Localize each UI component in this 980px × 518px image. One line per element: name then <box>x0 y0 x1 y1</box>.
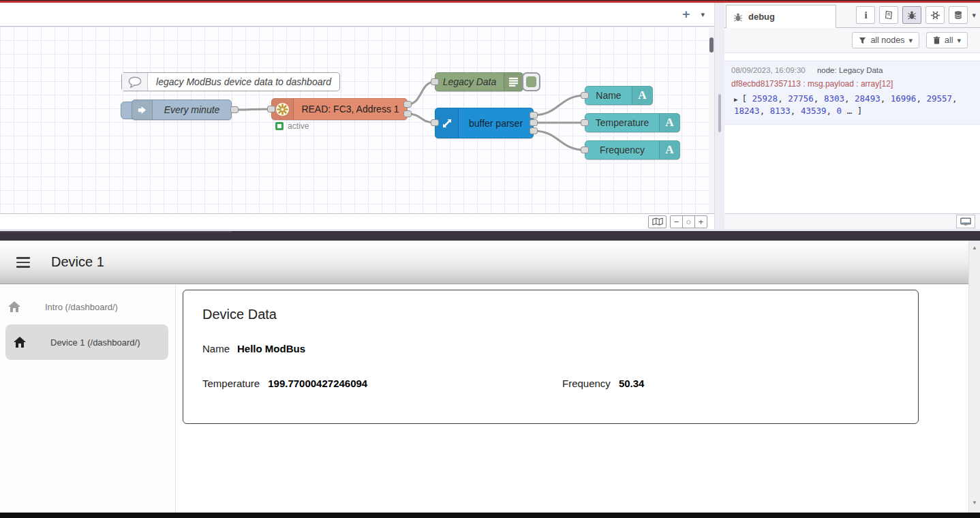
input-port[interactable] <box>431 78 439 85</box>
canvas-scrollbar-thumb[interactable] <box>709 37 714 52</box>
node-status: active <box>275 121 309 131</box>
frequency-value: 50.34 <box>619 378 645 389</box>
add-flow-button[interactable]: + <box>682 7 690 22</box>
window-bottom-edge <box>0 513 980 518</box>
input-port[interactable] <box>581 92 589 99</box>
dashboard-nav: Intro (/dashboard/) Device 1 (/dashboard… <box>0 285 176 513</box>
debug-enable-toggle[interactable] <box>522 72 540 91</box>
nav-item-label: Device 1 (/dashboard/) <box>50 337 140 348</box>
output-port[interactable] <box>403 101 412 108</box>
debug-node-label: Legacy Data <box>435 73 504 91</box>
screenshot-root: + ▾ legacy ModBus device data to dashboa… <box>0 0 980 518</box>
zoom-out-button[interactable]: − <box>670 215 683 228</box>
debug-list-icon <box>504 73 523 91</box>
modbus-read-node[interactable]: READ: FC3, Address 1 <box>271 98 408 120</box>
database-icon <box>953 10 963 20</box>
output-port[interactable] <box>530 119 538 126</box>
name-value: Hello ModBus <box>237 343 305 354</box>
output-port[interactable] <box>530 127 538 134</box>
sidebar-menu-chevron-icon[interactable]: ▾ <box>972 11 976 20</box>
zoom-in-button[interactable]: + <box>694 215 707 228</box>
output-port[interactable] <box>530 112 538 119</box>
ui-text-node-name[interactable]: Name A <box>585 86 653 105</box>
dashboard-main: Device Data Name Hello ModBus Temperatur… <box>176 285 968 513</box>
debug-toolbar: all nodes ▾ all ▾ <box>724 28 980 53</box>
frequency-label: Frequency <box>562 378 611 389</box>
scroll-down-arrow[interactable]: ▼ <box>969 500 980 506</box>
inject-node[interactable]: Every minute <box>132 100 232 120</box>
page-scrollbar[interactable]: ▲ ▼ <box>968 241 980 513</box>
debug-tab-button[interactable] <box>902 6 921 24</box>
inject-arrow-icon <box>132 100 153 119</box>
wire[interactable] <box>534 131 585 150</box>
bug-icon <box>733 12 743 22</box>
temperature-label: Temperature <box>202 378 260 389</box>
input-port[interactable] <box>267 106 275 112</box>
home-icon <box>8 301 20 312</box>
flow-list-chevron-icon[interactable]: ▾ <box>701 10 705 19</box>
debug-node[interactable]: Legacy Data <box>435 72 523 91</box>
help-tab-button[interactable] <box>879 6 898 24</box>
comment-node-label: legacy ModBus device data to dashboard <box>148 73 339 91</box>
sidebar-header: debug i ▾ <box>724 3 980 28</box>
window-divider-highlight <box>0 231 232 232</box>
splitter-grip[interactable] <box>718 94 721 132</box>
temperature-value: 199.77000427246094 <box>268 378 367 389</box>
nav-item-intro[interactable]: Intro (/dashboard/) <box>0 289 175 324</box>
open-debug-window-button[interactable] <box>956 215 975 228</box>
comment-icon <box>122 73 148 91</box>
payload-preview[interactable]: [ 25928, 27756, 8303, 28493, 16996, 2955… <box>734 93 958 116</box>
context-tab-button[interactable] <box>949 6 968 24</box>
filter-nodes-button[interactable]: all nodes ▾ <box>852 32 919 48</box>
expand-payload-icon[interactable]: ▶ <box>734 95 737 104</box>
workspace-tabbar: + ▾ <box>0 3 714 27</box>
output-port[interactable] <box>230 106 239 113</box>
message-timestamp: 08/09/2023, 16:09:30 <box>731 66 806 74</box>
ui-text-node-frequency[interactable]: Frequency A <box>585 140 680 159</box>
flow-canvas[interactable]: legacy ModBus device data to dashboard E… <box>0 27 709 213</box>
book-icon <box>884 10 893 20</box>
output-port[interactable] <box>403 110 412 117</box>
dashboard-window: Device 1 Intro (/dashboard/) Device 1 (/… <box>0 241 980 513</box>
input-port[interactable] <box>581 119 589 126</box>
monitor-icon <box>960 217 971 226</box>
clear-messages-label: all <box>945 35 953 45</box>
scroll-up-arrow[interactable]: ▲ <box>969 245 980 251</box>
clear-messages-button[interactable]: all ▾ <box>926 32 968 48</box>
input-port[interactable] <box>581 147 589 153</box>
zoom-reset-button[interactable]: ○ <box>682 215 695 228</box>
status-ring-icon <box>275 122 284 130</box>
input-port[interactable] <box>431 119 439 126</box>
nav-item-device-1[interactable]: Device 1 (/dashboard/) <box>5 324 168 360</box>
wire[interactable] <box>534 95 585 115</box>
dashboard-header: Device 1 <box>0 241 968 284</box>
debug-message[interactable]: 08/09/2023, 16:09:30 node: Legacy Data d… <box>724 61 980 125</box>
expand-arrows-icon <box>435 108 459 138</box>
ui-text-node-temperature[interactable]: Temperature A <box>585 113 680 132</box>
funnel-icon <box>859 37 866 44</box>
chevron-down-icon: ▾ <box>957 36 961 45</box>
text-a-icon: A <box>659 141 679 159</box>
wire[interactable] <box>234 109 271 110</box>
tab-debug[interactable]: debug <box>726 5 836 28</box>
info-tab-button[interactable]: i <box>856 6 875 24</box>
debug-toggle-state <box>526 76 536 87</box>
text-a-icon: A <box>659 114 679 132</box>
config-tab-button[interactable] <box>925 6 945 24</box>
inject-node-label: Every minute <box>153 100 231 119</box>
card-title: Device Data <box>202 307 899 322</box>
wire[interactable] <box>408 82 435 104</box>
sidebar-tool-buttons: i ▾ <box>856 6 976 24</box>
sidebar-splitter[interactable] <box>714 3 724 229</box>
device-data-card: Device Data Name Hello ModBus Temperatur… <box>183 290 919 424</box>
menu-button[interactable] <box>16 257 30 268</box>
message-source-node[interactable]: node: Legacy Data <box>817 66 883 74</box>
comment-node[interactable]: legacy ModBus device data to dashboard <box>121 72 340 91</box>
buffer-parser-node[interactable]: buffer parser <box>435 108 534 138</box>
navigator-map-button[interactable] <box>648 215 667 228</box>
filter-nodes-label: all nodes <box>870 35 904 45</box>
message-property-path: df8ecbd817357113 : msg.payload : array[1… <box>731 79 973 89</box>
nav-item-label: Intro (/dashboard/) <box>45 302 118 312</box>
canvas-scrollbar[interactable] <box>709 27 714 213</box>
message-payload: ▶[ 25928, 27756, 8303, 28493, 16996, 295… <box>731 93 973 117</box>
